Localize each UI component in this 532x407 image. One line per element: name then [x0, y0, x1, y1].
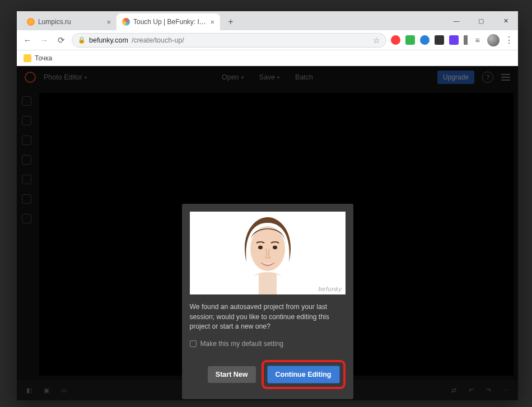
- bookmark-star-icon[interactable]: ☆: [373, 36, 380, 45]
- modal-message: We found an autosaved project from your …: [190, 302, 346, 332]
- app-logo-icon: [25, 72, 36, 83]
- reading-list-icon[interactable]: ≡: [473, 35, 482, 45]
- extension-icon[interactable]: [420, 35, 430, 45]
- new-tab-button[interactable]: +: [223, 15, 238, 29]
- url-path: /create/touch-up/: [132, 36, 184, 44]
- profile-avatar[interactable]: [487, 34, 500, 46]
- rail-tool-icon[interactable]: [22, 194, 31, 204]
- checkbox-label: Make this my default setting: [200, 340, 284, 348]
- checkbox-icon[interactable]: [190, 340, 197, 347]
- tab-befunky[interactable]: Touch Up | BeFunky: Image Reto… ×: [116, 13, 220, 30]
- portrait-image: [223, 212, 312, 294]
- nav-forward-button[interactable]: →: [38, 34, 50, 46]
- save-menu[interactable]: Save▾: [259, 73, 280, 81]
- tab-title: Touch Up | BeFunky: Image Reto…: [133, 18, 207, 26]
- open-menu[interactable]: Open▾: [222, 73, 244, 81]
- batch-label: Batch: [295, 73, 313, 81]
- modal-button-row: Start New Continue Editing: [190, 360, 346, 389]
- more-icon[interactable]: ⋯: [502, 386, 510, 395]
- rail-tool-icon[interactable]: [22, 135, 31, 145]
- extension-icon[interactable]: [391, 35, 400, 45]
- url-host: befunky.com: [89, 36, 128, 44]
- window-controls: — ▢ ✕: [444, 11, 518, 30]
- extension-icon[interactable]: [405, 35, 415, 45]
- chevron-down-icon: ▾: [277, 75, 279, 80]
- tab-strip: Lumpics.ru × Touch Up | BeFunky: Image R…: [17, 11, 518, 30]
- maximize-button[interactable]: ▢: [469, 11, 493, 30]
- browser-toolbar: ← → ⟳ 🔒 befunky.com/create/touch-up/ ☆ ≡…: [17, 30, 518, 50]
- close-tab-icon[interactable]: ×: [106, 18, 111, 26]
- rail-tool-icon[interactable]: [22, 155, 31, 165]
- bookmarks-bar: Точка: [17, 50, 518, 66]
- editor-mode-label: Photo Editor: [44, 73, 82, 81]
- loop-icon[interactable]: ⇄: [450, 386, 458, 395]
- close-window-button[interactable]: ✕: [493, 11, 518, 30]
- tool-rail: [17, 88, 36, 380]
- extension-icon[interactable]: [435, 35, 444, 45]
- address-bar[interactable]: 🔒 befunky.com/create/touch-up/ ☆: [72, 33, 386, 48]
- svg-point-2: [258, 246, 263, 250]
- main-menu-button[interactable]: [501, 74, 510, 81]
- browser-menu-button[interactable]: ⋮: [505, 35, 514, 45]
- favicon-befunky: [122, 18, 130, 26]
- extensions-tray: ≡ ⋮: [391, 34, 514, 46]
- help-button[interactable]: ?: [482, 72, 493, 83]
- annotation-highlight: Continue Editing: [262, 360, 346, 389]
- watermark-text: befunky: [318, 286, 342, 292]
- rail-tool-icon[interactable]: [22, 96, 31, 106]
- start-new-button[interactable]: Start New: [208, 366, 256, 383]
- nav-reload-button[interactable]: ⟳: [55, 34, 67, 46]
- header-center-group: Open▾ Save▾ Batch: [222, 73, 313, 81]
- app-header: Photo Editor ▾ Open▾ Save▾ Batch Upgrade…: [17, 66, 518, 88]
- autosave-modal: befunky We found an autosaved project fr…: [182, 204, 353, 399]
- redo-button[interactable]: ↷: [484, 386, 493, 395]
- favicon-lumpics: [27, 18, 35, 26]
- nav-back-button[interactable]: ←: [21, 34, 34, 46]
- continue-editing-button[interactable]: Continue Editing: [267, 366, 340, 383]
- upgrade-button[interactable]: Upgrade: [437, 71, 474, 84]
- tab-title: Lumpics.ru: [38, 18, 103, 26]
- history-icon[interactable]: ▭: [59, 386, 68, 395]
- svg-point-3: [273, 246, 277, 250]
- browser-window: Lumpics.ru × Touch Up | BeFunky: Image R…: [17, 11, 518, 400]
- chevron-down-icon: ▾: [241, 75, 244, 80]
- extension-icon[interactable]: [449, 35, 459, 45]
- bookmark-folder-icon: [24, 54, 31, 62]
- app-viewport: Photo Editor ▾ Open▾ Save▾ Batch Upgrade…: [17, 66, 518, 400]
- rail-tool-icon[interactable]: [22, 214, 31, 223]
- chevron-down-icon: ▾: [85, 75, 87, 80]
- layers-icon[interactable]: ◧: [25, 386, 33, 395]
- save-label: Save: [259, 73, 276, 81]
- editor-mode-dropdown[interactable]: Photo Editor ▾: [44, 73, 87, 81]
- default-setting-checkbox-row[interactable]: Make this my default setting: [190, 340, 346, 348]
- minimize-button[interactable]: —: [444, 11, 469, 30]
- project-thumbnail: befunky: [190, 212, 346, 294]
- rail-tool-icon[interactable]: [22, 175, 31, 184]
- compare-icon[interactable]: ▣: [42, 386, 50, 395]
- bookmark-item[interactable]: Точка: [35, 54, 52, 62]
- open-label: Open: [222, 73, 239, 81]
- rail-tool-icon[interactable]: [22, 116, 31, 125]
- tab-lumpics[interactable]: Lumpics.ru ×: [21, 13, 116, 30]
- extension-icon[interactable]: [464, 35, 468, 45]
- close-tab-icon[interactable]: ×: [210, 18, 214, 26]
- undo-button[interactable]: ↶: [467, 386, 475, 395]
- header-right-group: Upgrade ?: [437, 71, 510, 84]
- lock-icon: 🔒: [78, 36, 86, 44]
- batch-button[interactable]: Batch: [295, 73, 313, 81]
